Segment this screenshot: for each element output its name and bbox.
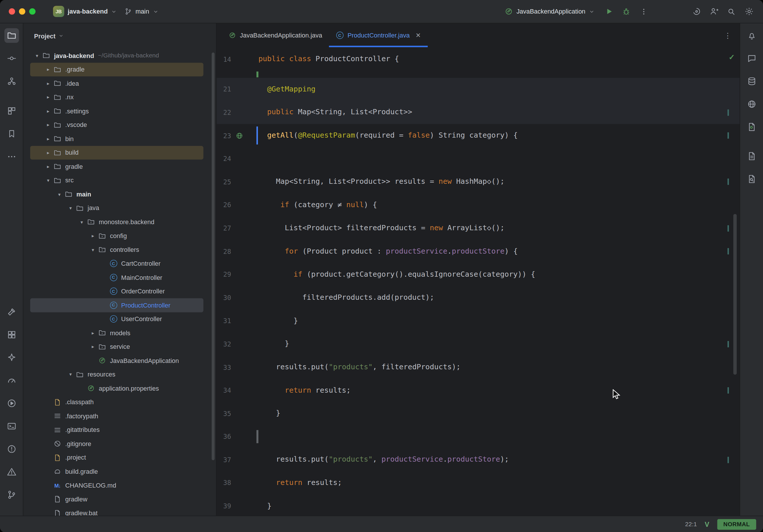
ai-assistant-logo-icon[interactable] — [689, 4, 704, 19]
code-line-37[interactable]: 37 results.put("products", productServic… — [216, 448, 740, 471]
spring-docs-icon[interactable] — [744, 120, 759, 135]
branch-widget[interactable]: main — [121, 5, 163, 18]
tree-item-maincontroller[interactable]: CMainController — [30, 270, 203, 284]
git-icon[interactable] — [4, 487, 19, 502]
structure-icon[interactable] — [4, 104, 19, 118]
code-line-28[interactable]: 28 for (Product product : productService… — [216, 240, 740, 263]
tree-item-main[interactable]: ▾main — [30, 187, 203, 201]
chevron-expanded-icon[interactable]: ▾ — [54, 191, 64, 197]
line-number[interactable]: 31 — [216, 317, 231, 325]
chevron-expanded-icon[interactable]: ▾ — [66, 205, 76, 211]
close-window-button[interactable] — [9, 8, 15, 15]
line-number[interactable]: 32 — [216, 340, 231, 348]
line-number[interactable]: 33 — [216, 363, 231, 371]
project-panel-header[interactable]: Project — [23, 23, 216, 49]
line-number[interactable]: 38 — [216, 479, 231, 487]
tree-item-gitattributes[interactable]: .gitattributes — [30, 423, 203, 437]
tree-item-cartcontroller[interactable]: CCartController — [30, 257, 203, 270]
debug-button[interactable] — [619, 4, 634, 19]
ideavim-icon[interactable]: V — [705, 520, 709, 528]
line-number[interactable]: 24 — [216, 155, 231, 163]
tree-item-javabackendapplication[interactable]: JavaBackendApplication — [30, 354, 203, 368]
chevron-expanded-icon[interactable]: ▾ — [66, 372, 76, 377]
chevron-collapsed-icon[interactable]: ▸ — [43, 108, 53, 114]
bookmarks-icon[interactable] — [4, 126, 19, 141]
tree-item-src[interactable]: ▾src — [30, 173, 203, 187]
tab-javabackendapplication[interactable]: JavaBackendApplication.java — [221, 23, 329, 47]
tree-item-productcontroller[interactable]: CProductController — [30, 298, 203, 312]
code-line-36[interactable]: 36 — [216, 425, 740, 448]
code-line-30[interactable]: 30 filteredProducts.add(product); — [216, 286, 740, 309]
find-icon[interactable] — [744, 172, 759, 186]
code-line-34[interactable]: 34 return results; — [216, 378, 740, 402]
dependencies-icon[interactable] — [744, 149, 759, 163]
chevron-collapsed-icon[interactable]: ▸ — [88, 344, 98, 350]
close-tab-icon[interactable]: ✕ — [415, 32, 421, 39]
tree-item-config[interactable]: ▸config — [30, 229, 203, 243]
more-actions-button[interactable] — [637, 4, 651, 19]
line-number[interactable]: 28 — [216, 248, 231, 255]
chevron-collapsed-icon[interactable]: ▸ — [88, 330, 98, 336]
chevron-collapsed-icon[interactable]: ▸ — [88, 233, 98, 239]
code-line-21[interactable]: 21 @GetMapping — [216, 78, 740, 101]
tree-item-build-gradle[interactable]: build.gradle — [30, 465, 203, 479]
run-icon[interactable] — [4, 396, 19, 411]
chevron-expanded-icon[interactable]: ▾ — [88, 247, 98, 253]
database-icon[interactable] — [744, 74, 759, 89]
tree-item-factorypath[interactable]: .factorypath — [30, 409, 203, 423]
run-configuration-widget[interactable]: JavaBackendApplication — [501, 5, 599, 18]
commit-icon[interactable] — [4, 51, 19, 66]
build-icon[interactable] — [4, 305, 19, 319]
line-number[interactable]: 35 — [216, 409, 231, 417]
chevron-expanded-icon[interactable]: ▾ — [43, 178, 53, 183]
notifications-icon[interactable] — [744, 28, 759, 43]
tree-item-resources[interactable]: ▾resources — [30, 368, 203, 381]
tree-item-idea[interactable]: ▸.idea — [30, 76, 203, 90]
project-panel-scrollbar[interactable] — [212, 53, 215, 460]
folded-region[interactable] — [216, 71, 740, 78]
line-number[interactable]: 34 — [216, 386, 231, 394]
chevron-collapsed-icon[interactable]: ▸ — [43, 136, 53, 142]
chevron-collapsed-icon[interactable]: ▸ — [43, 150, 53, 156]
code-line-25[interactable]: 25 Map<String, List<Product>> results = … — [216, 170, 740, 193]
ai-assistant-icon[interactable] — [4, 350, 19, 365]
code-line-29[interactable]: 29 if (product.getCategory().equalsIgnor… — [216, 263, 740, 286]
line-number[interactable]: 14 — [216, 55, 231, 63]
chevron-collapsed-icon[interactable]: ▸ — [43, 80, 53, 86]
code-line-31[interactable]: 31 } — [216, 309, 740, 332]
chevron-expanded-icon[interactable]: ▾ — [32, 53, 42, 58]
code-line-24[interactable]: 24 — [216, 147, 740, 170]
tree-item-ordercontroller[interactable]: COrderController — [30, 284, 203, 298]
warning-icon[interactable] — [4, 465, 19, 479]
tree-item-java-backend[interactable]: ▾java-backend~/Github/java-backend — [30, 49, 203, 62]
ai-chat-icon[interactable] — [744, 51, 759, 66]
caret-position[interactable]: 22:1 — [685, 521, 697, 528]
tree-item-controllers[interactable]: ▾controllers — [30, 243, 203, 257]
tree-item-changelog-md[interactable]: M↓CHANGELOG.md — [30, 479, 203, 492]
line-number[interactable]: 36 — [216, 433, 231, 441]
code-line-33[interactable]: 33 results.put("products", filteredProdu… — [216, 356, 740, 378]
tree-item-settings[interactable]: ▸.settings — [30, 104, 203, 118]
profiler-icon[interactable] — [4, 373, 19, 388]
tree-item-gradle[interactable]: ▸.gradle — [30, 62, 203, 76]
tree-item-project[interactable]: .project — [30, 451, 203, 465]
tree-item-monostore-backend[interactable]: ▾monostore.backend — [30, 215, 203, 229]
line-number[interactable]: 29 — [216, 270, 231, 278]
settings-gear-icon[interactable] — [742, 4, 756, 19]
minimize-window-button[interactable] — [19, 8, 25, 15]
line-number[interactable]: 26 — [216, 201, 231, 209]
tree-item-models[interactable]: ▸models — [30, 326, 203, 340]
code-line-38[interactable]: 38 return results; — [216, 471, 740, 494]
line-number[interactable]: 23 — [216, 132, 231, 139]
line-number[interactable]: 25 — [216, 178, 231, 186]
code-line-22[interactable]: 22 public Map<String, List<Product>> — [216, 101, 740, 124]
tree-item-service[interactable]: ▸service — [30, 340, 203, 354]
code-line-14[interactable]: 14public class ProductController { — [216, 48, 740, 71]
code-line-26[interactable]: 26 if (category ≠ null) { — [216, 193, 740, 216]
code-line-27[interactable]: 27 List<Product> filteredProducts = new … — [216, 217, 740, 240]
line-number[interactable]: 27 — [216, 224, 231, 232]
chevron-collapsed-icon[interactable]: ▸ — [43, 164, 53, 169]
services-icon[interactable] — [4, 327, 19, 342]
tab-options-kebab-icon[interactable]: ⋮ — [724, 31, 732, 40]
terminal-icon[interactable] — [4, 419, 19, 434]
